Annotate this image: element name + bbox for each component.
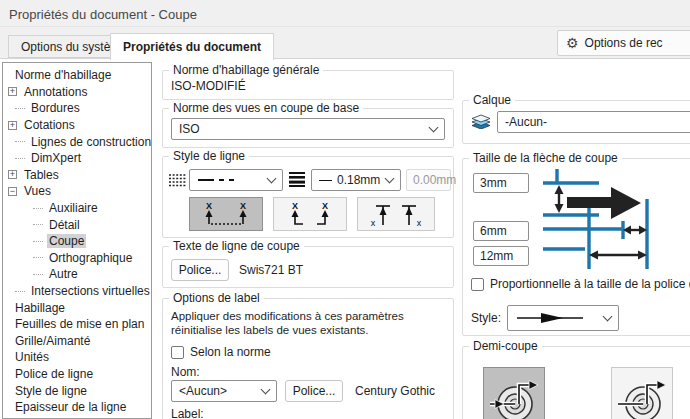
chevron-down-icon <box>261 385 271 395</box>
collapse-icon[interactable]: − <box>8 187 17 196</box>
tree-item-lignes-de-construction[interactable]: Lignes de construction/ <box>3 133 151 150</box>
per-standard-checkbox[interactable] <box>171 346 184 359</box>
proportional-checkbox-row[interactable]: Proportionnelle à la taille de la police… <box>471 277 690 291</box>
tree-item-auxiliaire[interactable]: Auxiliaire <box>3 200 151 217</box>
line-style-group: Style de ligne 0.18mm 0.00mm <box>162 156 454 238</box>
svg-text:x: x <box>417 218 422 228</box>
arrow-size-6mm-field[interactable]: 6mm <box>473 221 529 241</box>
title-separator <box>0 26 690 27</box>
tree-item-police-de-ligne[interactable]: Police de ligne <box>3 366 151 383</box>
tree-item-orthographique[interactable]: Orthographique <box>3 250 151 267</box>
proportional-label: Proportionnelle à la taille de la police… <box>490 277 690 291</box>
tree-item-grille-aimant[interactable]: Grille/Aimanté <box>3 333 151 350</box>
chevron-down-icon <box>267 174 277 184</box>
line-dash-style-select[interactable] <box>189 169 283 191</box>
half-section-right-icon <box>616 375 668 419</box>
expand-icon[interactable]: + <box>8 87 17 96</box>
half-section-left-button[interactable] <box>483 367 545 419</box>
line-thickness-select[interactable]: 0.18mm <box>311 169 401 191</box>
tab-document-properties[interactable]: Propriétés du document <box>110 33 274 60</box>
thin-line-sample-icon <box>319 180 332 181</box>
per-standard-label: Selon la norme <box>190 345 271 359</box>
half-section-right-button[interactable] <box>611 367 673 419</box>
tree-item-label: Vues <box>22 184 53 198</box>
section-line-perpendicular-icon: x x <box>366 199 426 229</box>
tree-item-bordures[interactable]: Bordures <box>3 100 151 117</box>
custom-thickness-field[interactable]: 0.00mm <box>406 169 451 191</box>
tree-item-style-de-ligne[interactable]: Style de ligne <box>3 382 151 399</box>
tree-branch-line <box>33 257 43 258</box>
label-options-description: Appliquer des modifications à ces paramè… <box>171 309 455 337</box>
general-standard-title: Norme d'habillage générale <box>169 63 323 77</box>
section-line-text-group: Texte de ligne de coupe Police... Swis72… <box>162 246 454 288</box>
tree-item-label: Annotations <box>22 85 89 99</box>
tree-item-annotations[interactable]: +Annotations <box>3 84 151 101</box>
tree-item-dimxpert[interactable]: DimXpert <box>3 150 151 167</box>
label-options-group: Options de label Appliquer des modificat… <box>162 298 454 419</box>
tree-item-label: Feuilles de mise en plan <box>13 317 146 331</box>
standards-tree[interactable]: Norme d'habillage+AnnotationsBordures+Co… <box>2 62 152 419</box>
tree-item-epaisseur-de-la-ligne[interactable]: Epaisseur de la ligne <box>3 399 151 416</box>
tree-item-tables[interactable]: +Tables <box>3 167 151 184</box>
tree-item-feuilles-de-mise-en-plan[interactable]: Feuilles de mise en plan <box>3 316 151 333</box>
tree-item-habillage[interactable]: Habillage <box>3 299 151 316</box>
line-thickness-icon <box>289 172 305 187</box>
base-section-standard-title: Norme des vues en coupe de base <box>169 101 363 115</box>
tree-item-label: Détail <box>47 218 82 232</box>
tree-item-d-tail[interactable]: Détail <box>3 216 151 233</box>
tree-branch-line <box>15 158 25 159</box>
svg-text:X: X <box>322 201 328 211</box>
tree-item-coupe[interactable]: Coupe <box>3 233 151 250</box>
base-section-standard-value: ISO <box>179 122 430 136</box>
arrow-style-select[interactable] <box>507 305 619 331</box>
tree-item-label: Norme d'habillage <box>13 68 113 82</box>
custom-thickness-value: 0.00mm <box>413 173 456 187</box>
layer-select[interactable]: -Aucun- <box>497 111 690 133</box>
section-line-ends-icon: X X <box>281 199 339 229</box>
dash-pattern-icon <box>197 176 253 184</box>
section-arrow-size-group: Taille de la flèche de coupe 3mm6mm12mm <box>462 158 690 336</box>
tree-item-label: Orthographique <box>47 251 134 265</box>
tree-item-label: Tables <box>22 168 61 182</box>
proportional-checkbox[interactable] <box>471 278 484 291</box>
tree-item-intersections-virtuelles[interactable]: Intersections virtuelles <box>3 283 151 300</box>
tree-item-autre[interactable]: Autre <box>3 266 151 283</box>
chevron-down-icon <box>385 174 395 184</box>
tree-branch-line <box>15 108 25 109</box>
section-text-font-button[interactable]: Police... <box>171 259 229 281</box>
expand-icon[interactable]: + <box>8 121 17 130</box>
document-properties-dialog: Propriétés du document - Coupe Options d… <box>0 0 690 419</box>
tree-item-norme-d-habillage[interactable]: Norme d'habillage <box>3 67 151 84</box>
chevron-down-icon <box>429 123 439 133</box>
search-options-label: Options de rec <box>585 36 663 50</box>
line-pattern-icon <box>169 173 187 187</box>
tree-item-unit-s[interactable]: Unités <box>3 349 151 366</box>
tab-document-properties-label: Propriétés du document <box>123 40 261 54</box>
label-options-title: Options de label <box>169 291 264 305</box>
tree-item-label: Grille/Aimanté <box>13 334 92 348</box>
arrow-size-12mm-field[interactable]: 12mm <box>473 246 529 266</box>
per-standard-checkbox-row[interactable]: Selon la norme <box>171 345 271 359</box>
half-section-left-icon <box>488 375 540 419</box>
tree-branch-line <box>33 208 43 209</box>
expand-icon[interactable]: + <box>8 170 17 179</box>
base-section-standard-select[interactable]: ISO <box>171 118 445 140</box>
section-line-style-ends-button[interactable]: X X <box>273 197 347 231</box>
label-name-select[interactable]: <Aucun> <box>171 380 277 402</box>
general-standard-value: ISO-MODIFIÉ <box>171 79 246 93</box>
label-name-value: <Aucun> <box>179 384 262 398</box>
section-line-style-connected-button[interactable]: X X <box>189 197 263 231</box>
search-options-button[interactable]: ⚙ Options de rec <box>557 30 690 56</box>
label-font-button[interactable]: Police... <box>285 380 343 402</box>
arrow-size-3mm-field[interactable]: 3mm <box>473 173 529 193</box>
section-text-font-name: Swis721 BT <box>239 263 303 277</box>
tree-item-vues[interactable]: −Vues <box>3 183 151 200</box>
tree-item-label: Bordures <box>29 101 82 115</box>
layer-group: Calque -Aucun- <box>462 100 690 144</box>
section-line-connected-icon: X X <box>197 199 255 229</box>
section-line-style-perpendicular-button[interactable]: x x <box>357 197 435 231</box>
chevron-down-icon <box>603 312 613 322</box>
tree-item-cotations[interactable]: +Cotations <box>3 117 151 134</box>
tree-item-label: Autre <box>47 267 80 281</box>
tree-branch-line <box>15 291 25 292</box>
